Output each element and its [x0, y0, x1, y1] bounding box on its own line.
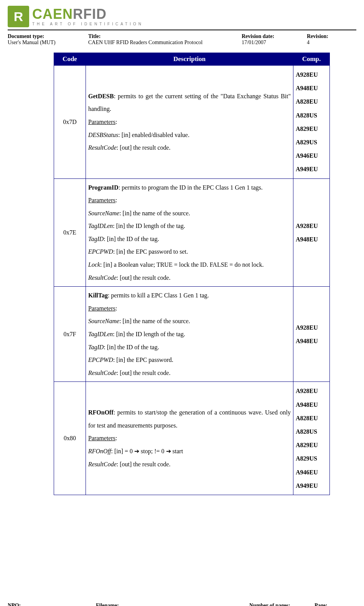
- param-text: : [out] the result code.: [117, 274, 171, 281]
- title-value: CAEN UHF RFID Readers Communication Prot…: [88, 40, 230, 46]
- rev-label: Revision:: [307, 33, 328, 40]
- comp-value: A828US: [296, 428, 317, 435]
- param-name: TagID: [88, 236, 104, 242]
- param-text: : [in] the ID length of the tag.: [113, 223, 185, 229]
- numpages-label: Number of pages:: [249, 603, 315, 606]
- title-label: Title:: [88, 33, 230, 40]
- logo-header: R CAENRFID THE ART OF IDENTIFICATION: [8, 6, 356, 30]
- command-name: ProgramID: [88, 184, 119, 191]
- param-name: Lock: [88, 261, 100, 268]
- param-name: TagID: [88, 344, 104, 350]
- comp-value: A828EU: [296, 415, 318, 421]
- description-cell: ProgramID: permits to program the ID in …: [86, 178, 293, 287]
- parameters-label: Parameters: [88, 119, 115, 125]
- doc-type-value: User's Manual (MUT): [8, 40, 77, 46]
- logo-brand-gray: RFID: [73, 6, 107, 22]
- comp-value: A949EU: [296, 166, 318, 172]
- page-label: Page:: [315, 603, 327, 606]
- comp-value: A928EU: [296, 388, 318, 394]
- comp-value: A829EU: [296, 442, 318, 448]
- parameters-label: Parameters: [88, 435, 115, 441]
- logo-brand-green: CAEN: [32, 6, 73, 22]
- param-name: TagIDLen: [88, 223, 113, 229]
- parameters-label: Parameters: [88, 197, 115, 203]
- command-name: KillTag: [88, 292, 108, 299]
- param-text: : [in] = 0 ➔ stop; != 0 ➔ start: [111, 448, 183, 454]
- comp-cell: A928EUA948EU: [293, 287, 330, 382]
- description-cell: KillTag: permits to kill a EPC Class 1 G…: [86, 287, 293, 382]
- comp-cell: A928EUA948EU: [293, 178, 330, 287]
- page-footer: NPO: 00117/03:PROTx.MUTx/04 Filename: EA…: [8, 603, 356, 606]
- description-cell: GetDESB: permits to get the current sett…: [86, 66, 293, 179]
- param-text: : [out] the result code.: [117, 370, 171, 376]
- col-description: Description: [86, 53, 293, 66]
- col-comp: Comp.: [293, 53, 330, 66]
- comp-value: A946EU: [296, 469, 318, 476]
- param-name: TagIDLen: [88, 331, 113, 337]
- command-name: RFOnOff: [88, 409, 114, 416]
- filename-label: Filename:: [96, 603, 249, 606]
- npo-label: NPO:: [8, 603, 96, 606]
- param-text: : [out] the result code.: [117, 461, 171, 467]
- doc-type-label: Document type:: [8, 33, 77, 40]
- command-summary: : permits to get the current setting of …: [88, 93, 291, 112]
- table-row: 0x7EProgramID: permits to program the ID…: [54, 178, 330, 287]
- param-name: SourceName: [88, 210, 119, 216]
- param-text: : [in] a Boolean value; TRUE = lock the …: [100, 261, 264, 268]
- param-text: : [in] the ID of the tag.: [104, 344, 159, 350]
- param-text: : [in] the EPC password to set.: [113, 248, 188, 255]
- param-name: ResultCode: [88, 144, 117, 151]
- commands-table: Code Description Comp. 0x7DGetDESB: perm…: [54, 53, 330, 495]
- col-code: Code: [54, 53, 86, 66]
- param-text: : [out] the result code.: [117, 144, 171, 151]
- param-text: : [in] the ID length of the tag.: [113, 331, 185, 337]
- code-cell: 0x7F: [54, 287, 86, 382]
- revdate-value: 17/01/2007: [242, 40, 295, 46]
- comp-cell: A928EUA948EUA828EUA828USA829EUA829USA946…: [293, 66, 330, 179]
- description-cell: RFOnOff: permits to start/stop the gener…: [86, 382, 293, 495]
- comp-value: A829US: [296, 139, 317, 145]
- param-text: : [in] the name of the source.: [119, 318, 190, 324]
- comp-value: A948EU: [296, 85, 318, 91]
- param-text: : [in] the name of the source.: [119, 210, 190, 216]
- param-name: RFOnOff: [88, 448, 111, 454]
- param-text: : [in] the EPC password.: [113, 357, 173, 363]
- command-name: GetDESB: [88, 93, 114, 99]
- table-row: 0x80RFOnOff: permits to start/stop the g…: [54, 382, 330, 495]
- code-cell: 0x7D: [54, 66, 86, 179]
- param-name: ResultCode: [88, 461, 117, 467]
- code-cell: 0x7E: [54, 178, 86, 287]
- param-name: DESBStatus: [88, 132, 118, 138]
- table-row: 0x7FKillTag: permits to kill a EPC Class…: [54, 287, 330, 382]
- doc-meta: Document type: User's Manual (MUT) Title…: [8, 33, 356, 46]
- param-name: ResultCode: [88, 370, 117, 376]
- comp-value: A928EU: [296, 71, 318, 78]
- comp-value: A928EU: [296, 324, 318, 331]
- command-summary: : permits to kill a EPC Class 1 Gen 1 ta…: [108, 292, 209, 299]
- parameters-label: Parameters: [88, 305, 115, 312]
- comp-value: A829EU: [296, 125, 318, 132]
- comp-value: A948EU: [296, 236, 318, 243]
- rev-value: 4: [307, 40, 328, 46]
- code-cell: 0x80: [54, 382, 86, 495]
- param-name: EPCPWD: [88, 248, 113, 255]
- param-name: SourceName: [88, 318, 119, 324]
- comp-value: A946EU: [296, 152, 318, 159]
- param-text: : [in] the ID of the tag.: [104, 236, 159, 242]
- command-summary: : permits to start/stop the generation o…: [88, 409, 291, 429]
- param-name: ResultCode: [88, 274, 117, 281]
- revdate-label: Revision date:: [242, 33, 295, 40]
- comp-value: A928EU: [296, 223, 318, 229]
- table-row: 0x7DGetDESB: permits to get the current …: [54, 66, 330, 179]
- command-summary: : permits to program the ID in the EPC C…: [119, 184, 263, 191]
- comp-value: A829US: [296, 455, 317, 462]
- comp-value: A948EU: [296, 401, 318, 408]
- comp-cell: A928EUA948EUA828EUA828USA829EUA829USA946…: [293, 382, 330, 495]
- param-text: : [in] enabled/disabled value.: [118, 132, 189, 138]
- logo-badge: R: [8, 6, 29, 27]
- comp-value: A828EU: [296, 98, 318, 105]
- comp-value: A828US: [296, 112, 317, 119]
- logo-brand: CAENRFID: [32, 7, 143, 21]
- comp-value: A948EU: [296, 338, 318, 344]
- comp-value: A949EU: [296, 482, 318, 489]
